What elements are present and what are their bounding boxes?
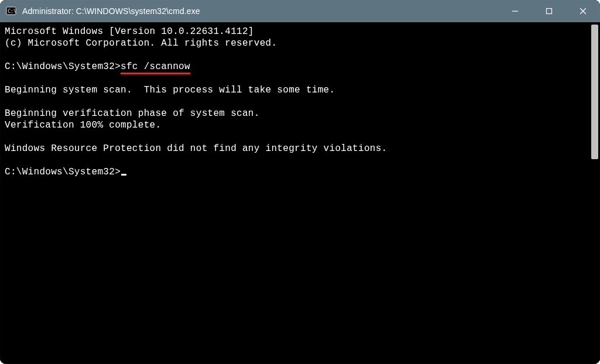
scrollbar-thumb[interactable] [591, 25, 598, 159]
window-controls [498, 0, 600, 22]
output-line: Beginning system scan. This process will… [5, 85, 335, 95]
vertical-scrollbar[interactable] [589, 22, 600, 364]
svg-rect-2 [512, 11, 518, 12]
output-line: Windows Resource Protection did not find… [5, 143, 388, 154]
window-title: Administrator: C:\WINDOWS\system32\cmd.e… [22, 6, 200, 16]
prompt-path: C:\Windows\System32> [5, 61, 121, 72]
maximize-icon [546, 8, 553, 15]
output-line: Verification 100% complete. [5, 120, 161, 131]
output-line: Microsoft Windows [Version 10.0.22631.41… [5, 26, 254, 37]
minimize-icon [512, 8, 519, 15]
entered-command: sfc /scannow [121, 61, 190, 74]
svg-rect-3 [547, 9, 552, 14]
console-client-area: Microsoft Windows [Version 10.0.22631.41… [0, 22, 600, 364]
minimize-button[interactable] [498, 0, 532, 22]
prompt-path: C:\Windows\System32> [5, 167, 121, 177]
close-button[interactable] [566, 0, 600, 22]
close-icon [580, 8, 587, 15]
cmd-window: C:\ Administrator: C:\WINDOWS\system32\c… [0, 0, 600, 364]
maximize-button[interactable] [532, 0, 566, 22]
output-line: (c) Microsoft Corporation. All rights re… [5, 38, 277, 49]
console-output[interactable]: Microsoft Windows [Version 10.0.22631.41… [0, 22, 589, 364]
text-cursor [121, 174, 126, 176]
cmd-icon: C:\ [6, 6, 16, 16]
svg-text:C:\: C:\ [8, 9, 16, 14]
output-line: Beginning verification phase of system s… [5, 108, 260, 119]
titlebar[interactable]: C:\ Administrator: C:\WINDOWS\system32\c… [0, 0, 600, 22]
